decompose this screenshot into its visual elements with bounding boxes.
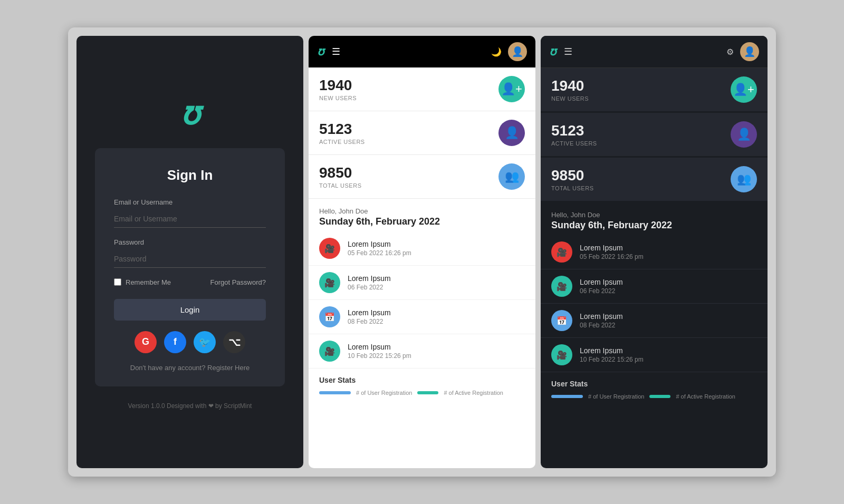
event-title-2-light: Lorem Ipsum	[348, 274, 391, 283]
stat-label-new-users-dark: NEW USERS	[551, 95, 589, 102]
greeting-hello-light: Hello, John Doe	[319, 207, 525, 215]
register-link[interactable]: Don't have any account? Register Here	[114, 364, 266, 372]
topbar-light: ʊ ☰ 🌙 👤	[309, 36, 535, 67]
calendar-icon-light: 📅	[324, 312, 335, 322]
topbar-right-light: 🌙 👤	[491, 42, 527, 61]
bar-user-reg-light	[319, 391, 351, 394]
stat-card-total-users-light: 9850 TOTAL USERS 👥	[309, 155, 535, 199]
event-icon-3-light: 📅	[319, 306, 340, 327]
email-group: Email or Username	[114, 198, 266, 228]
github-icon: ⌥	[228, 336, 241, 348]
dashboard-dark-panel: ʊ ☰ ⚙ 👤 1940 NEW USERS 👤+ 5123	[541, 36, 768, 468]
event-date-4-light: 10 Feb 2022 15:26 pm	[348, 352, 411, 360]
hamburger-icon-light[interactable]: ☰	[332, 46, 340, 57]
avatar-light[interactable]: 👤	[508, 42, 527, 61]
event-item-3-light: 📅 Lorem Ipsum 08 Feb 2022	[309, 300, 535, 334]
stat-number-new-users-light: 1940	[319, 77, 357, 94]
topbar-right-dark: ⚙ 👤	[726, 42, 759, 61]
avatar-emoji-dark: 👤	[744, 46, 755, 57]
stat-label-total-users-dark: TOTAL USERS	[551, 185, 593, 191]
stat-info-new-users-light: 1940 NEW USERS	[319, 77, 357, 101]
stat-label-active-users-light: ACTIVE USERS	[319, 139, 365, 145]
social-login-group: G f 🐦 ⌥	[114, 331, 266, 353]
avatar-dark[interactable]: 👤	[740, 42, 759, 61]
bar-active-reg-light	[417, 391, 438, 394]
stat-label-total-users-light: TOTAL USERS	[319, 182, 361, 189]
email-input[interactable]	[114, 210, 266, 228]
stat-number-active-users-dark: 5123	[551, 122, 597, 139]
event-date-3-light: 08 Feb 2022	[348, 318, 391, 325]
event-icon-1-light: 🎥	[319, 238, 340, 259]
greeting-date-light: Sunday 6th, February 2022	[319, 216, 525, 227]
google-login-button[interactable]: G	[135, 331, 157, 353]
event-title-4-dark: Lorem Ipsum	[580, 346, 644, 355]
events-section-dark: 🎥 Lorem Ipsum 05 Feb 2022 16:26 pm 🎥 Lor…	[541, 235, 768, 372]
user-stats-title-dark: User Stats	[551, 380, 757, 388]
version-text: Version 1.0.0 Designed with ❤ by ScriptM…	[128, 402, 252, 410]
stat-info-total-users-light: 9850 TOTAL USERS	[319, 164, 361, 189]
event-date-3-dark: 08 Feb 2022	[580, 322, 623, 329]
users-plus-icon-dark: 👤+	[733, 83, 754, 96]
stat-label-active-users-dark: ACTIVE USERS	[551, 140, 597, 147]
event-item-4-dark: 🎥 Lorem Ipsum 10 Feb 2022 15:26 pm	[541, 338, 768, 372]
gear-icon-dark[interactable]: ⚙	[726, 47, 734, 57]
facebook-login-button[interactable]: f	[164, 331, 186, 353]
greeting-section-dark: Hello, John Doe Sunday 6th, February 202…	[541, 202, 768, 235]
twitter-login-button[interactable]: 🐦	[194, 331, 216, 353]
calendar-icon-dark: 📅	[557, 316, 567, 326]
video-icon-1-dark: 🎥	[557, 247, 567, 257]
remember-text: Remember Me	[126, 278, 171, 286]
users-icon-dark: 👤	[737, 128, 751, 141]
event-info-4-light: Lorem Ipsum 10 Feb 2022 15:26 pm	[348, 343, 411, 360]
stat-card-new-users-light: 1940 NEW USERS 👤+	[309, 67, 535, 111]
forgot-password-link[interactable]: Forgot Password?	[210, 278, 266, 286]
github-login-button[interactable]: ⌥	[223, 331, 245, 353]
avatar-emoji-light: 👤	[512, 46, 523, 57]
stat-number-total-users-dark: 9850	[551, 167, 593, 184]
event-item-2-dark: 🎥 Lorem Ipsum 06 Feb 2022	[541, 269, 768, 304]
remember-checkbox[interactable]	[114, 278, 121, 286]
hamburger-icon-dark[interactable]: ☰	[564, 46, 572, 57]
topbar-left-dark: ʊ ☰	[549, 45, 572, 59]
form-options: Remember Me Forgot Password?	[114, 278, 266, 286]
event-icon-2-light: 🎥	[319, 272, 340, 293]
password-input[interactable]	[114, 250, 266, 268]
topbar-dark: ʊ ☰ ⚙ 👤	[541, 36, 768, 68]
stats-bar-row-light: # of User Registration # of Active Regis…	[319, 390, 525, 396]
stat-info-new-users-dark: 1940 NEW USERS	[551, 77, 589, 102]
facebook-icon: f	[174, 336, 177, 347]
event-item-1-dark: 🎥 Lorem Ipsum 05 Feb 2022 16:26 pm	[541, 235, 768, 269]
login-card: Sign In Email or Username Password Remem…	[95, 148, 285, 386]
bar-label-2-dark: # of Active Registration	[676, 393, 735, 400]
greeting-section-light: Hello, John Doe Sunday 6th, February 202…	[309, 199, 535, 231]
event-icon-2-dark: 🎥	[551, 276, 572, 297]
users-plus-icon-light: 👤+	[501, 82, 522, 96]
stat-info-total-users-dark: 9850 TOTAL USERS	[551, 167, 593, 191]
event-date-4-dark: 10 Feb 2022 15:26 pm	[580, 356, 644, 363]
bar-label-1-dark: # of User Registration	[588, 393, 644, 400]
event-info-2-dark: Lorem Ipsum 06 Feb 2022	[580, 278, 623, 295]
greeting-date-dark: Sunday 6th, February 2022	[551, 220, 757, 231]
event-icon-4-light: 🎥	[319, 341, 340, 362]
stat-icon-active-users-light: 👤	[498, 120, 525, 146]
moon-icon-light[interactable]: 🌙	[491, 47, 502, 57]
video-icon-2-dark: 🎥	[557, 282, 567, 292]
bar-user-reg-dark	[551, 395, 583, 398]
event-icon-3-dark: 📅	[551, 310, 572, 331]
event-title-2-dark: Lorem Ipsum	[580, 278, 623, 286]
event-item-4-light: 🎥 Lorem Ipsum 10 Feb 2022 15:26 pm	[309, 334, 535, 369]
user-stats-section-light: User Stats # of User Registration # of A…	[309, 369, 535, 401]
event-info-2-light: Lorem Ipsum 06 Feb 2022	[348, 274, 391, 291]
event-date-2-dark: 06 Feb 2022	[580, 287, 623, 295]
remember-me-label[interactable]: Remember Me	[114, 278, 171, 286]
stat-card-new-users-dark: 1940 NEW USERS 👤+	[541, 68, 768, 112]
topbar-logo-light: ʊ	[317, 45, 324, 59]
stat-card-active-users-dark: 5123 ACTIVE USERS 👤	[541, 113, 768, 157]
event-title-1-light: Lorem Ipsum	[348, 240, 411, 248]
login-button[interactable]: Login	[114, 299, 266, 321]
password-group: Password	[114, 238, 266, 268]
event-item-1-light: 🎥 Lorem Ipsum 05 Feb 2022 16:26 pm	[309, 231, 535, 266]
password-label: Password	[114, 238, 266, 246]
event-icon-1-dark: 🎥	[551, 241, 572, 263]
stat-icon-new-users-light: 👤+	[498, 76, 525, 102]
